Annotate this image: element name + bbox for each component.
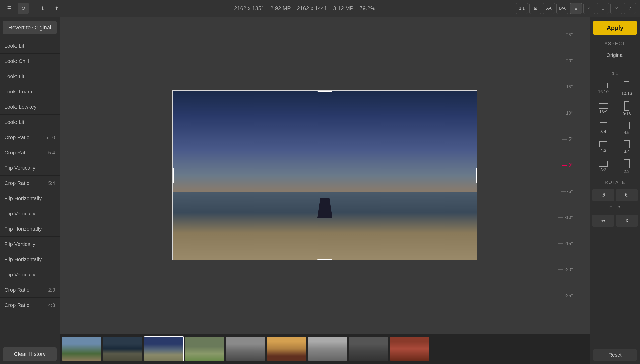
aspect-grid: Original 1:116:1010:1616:99:165:44:54:33… [590, 48, 640, 178]
rotate-cw-button[interactable]: ↻ [616, 189, 638, 201]
angle-tick: 15° [560, 84, 573, 90]
history-item[interactable]: Flip Vertically [0, 267, 60, 282]
crop-corner-br[interactable] [474, 256, 478, 260]
crop-corner-bl[interactable] [172, 256, 176, 260]
tick-label: -15° [565, 241, 573, 246]
help-button[interactable]: ? [624, 3, 636, 14]
tick-label: -20° [565, 267, 573, 272]
history-item[interactable]: Look: Lit [0, 115, 60, 130]
aspect-button-4x5[interactable]: 4:5 [616, 119, 638, 137]
aspect-button-4x3[interactable]: 4:3 [592, 138, 615, 156]
ba-button[interactable]: B/A [556, 3, 568, 14]
filmstrip-thumb[interactable] [103, 336, 143, 362]
reset-button[interactable]: Reset [593, 349, 637, 361]
aspect-icon-1x1 [612, 64, 618, 70]
filmstrip-thumb[interactable] [349, 336, 389, 362]
crop-corner-tl[interactable] [172, 90, 176, 94]
aspect-button-3x4[interactable]: 3:4 [616, 138, 638, 156]
thumb-image [390, 337, 430, 361]
forward-button[interactable]: → [82, 3, 94, 14]
history-item[interactable]: Crop Ratio4:3 [0, 298, 60, 313]
crop-handle-bottom[interactable] [318, 259, 332, 260]
filmstrip-thumb[interactable] [62, 336, 102, 362]
crop-handle-left[interactable] [172, 168, 174, 183]
filmstrip-thumb[interactable] [308, 336, 348, 362]
history-item[interactable]: Flip Horizontally [0, 222, 60, 237]
rotate-ccw-button[interactable]: ↺ [592, 189, 614, 201]
angle-tick: -15° [558, 241, 573, 246]
aspect-button-5x4[interactable]: 5:4 [592, 119, 615, 137]
filmstrip-thumb[interactable] [390, 336, 430, 362]
tick-line [560, 113, 565, 114]
crop-frame[interactable] [172, 90, 478, 260]
history-item[interactable]: Crop Ratio5:4 [0, 145, 60, 160]
crop-handle-right[interactable] [476, 168, 478, 183]
image-mp-2: 3.12 MP [333, 5, 354, 12]
history-item[interactable]: Look: Lowkey [0, 100, 60, 115]
1to1-button[interactable]: 1:1 [516, 3, 528, 14]
history-item[interactable]: Crop Ratio2:3 [0, 282, 60, 298]
aspect-label-4x5: 4:5 [624, 130, 630, 135]
flip-horizontal-button[interactable]: ⇔ [592, 215, 614, 227]
crop-corner-tr[interactable] [474, 90, 478, 94]
aspect-button-9x16[interactable]: 9:16 [616, 99, 638, 118]
back-button[interactable]: ← [70, 3, 82, 14]
filmstrip-thumb[interactable] [185, 336, 225, 362]
fit-button[interactable]: ⊡ [530, 3, 542, 14]
aspect-button-3x2[interactable]: 3:2 [592, 157, 615, 176]
topbar-tools: 1:1 ⊡ AA B/A ⊞ ○ □ ✕ ? [516, 3, 636, 14]
thumb-image [268, 337, 306, 361]
crop-button[interactable]: ⊞ [570, 3, 582, 14]
history-item[interactable]: Crop Ratio5:4 [0, 176, 60, 191]
aspect-button-16x10[interactable]: 16:10 [592, 79, 615, 98]
flip-vertical-button[interactable]: ⇕ [616, 215, 638, 227]
filmstrip-thumb[interactable] [144, 336, 184, 362]
aspect-button-10x16[interactable]: 10:16 [616, 79, 638, 98]
history-item[interactable]: Crop Ratio16:10 [0, 130, 60, 145]
history-item[interactable]: Look: Foam [0, 84, 60, 100]
aspect-button-2x3[interactable]: 2:3 [616, 157, 638, 176]
zoom-level: 79.2% [360, 5, 375, 12]
tick-label: 0° [569, 163, 573, 168]
history-item[interactable]: Flip Vertically [0, 206, 60, 222]
revert-button[interactable]: Revert to Original [3, 21, 57, 34]
download-icon[interactable]: ⬇ [37, 3, 48, 14]
rect-button[interactable]: □ [597, 3, 609, 14]
history-item-label: Flip Horizontally [4, 196, 42, 202]
history-item[interactable]: Look: Lit [0, 69, 60, 84]
history-item-badge: 5:4 [48, 180, 55, 186]
apply-button[interactable]: Apply [593, 21, 637, 35]
original-aspect-button[interactable]: Original [592, 50, 638, 60]
filmstrip-thumb[interactable] [226, 336, 266, 362]
history-item-badge: 2:3 [48, 287, 55, 293]
tick-label: -10° [565, 215, 573, 220]
aspect-label-1x1: 1:1 [612, 71, 618, 76]
history-item[interactable]: Look: Chill [0, 54, 60, 69]
angle-tick: 25° [560, 32, 573, 38]
circle-button[interactable]: ○ [584, 3, 596, 14]
beach-image [173, 91, 477, 260]
thumb-image [62, 337, 102, 361]
aspect-button-16x9[interactable]: 16:9 [592, 99, 615, 118]
angle-tick: 5° [562, 137, 573, 142]
history-item-label: Flip Horizontally [4, 256, 42, 262]
clear-history-button[interactable]: Clear History [3, 348, 57, 361]
aa-button[interactable]: AA [543, 3, 555, 14]
flip-buttons: ⇔ ⇕ [590, 213, 640, 229]
filmstrip-thumb[interactable] [267, 336, 307, 362]
history-item[interactable]: Flip Vertically [0, 160, 60, 176]
history-item[interactable]: Flip Horizontally [0, 252, 60, 267]
crop-handle-top[interactable] [318, 90, 332, 92]
history-item-label: Look: Chill [4, 58, 29, 64]
history-item[interactable]: Look: Lit [0, 38, 60, 54]
x-button[interactable]: ✕ [610, 3, 622, 14]
history-item-badge: 4:3 [48, 302, 55, 308]
menu-icon[interactable]: ☰ [4, 3, 15, 14]
history-item-label: Flip Vertically [4, 211, 36, 217]
filmstrip [60, 334, 590, 364]
history-item[interactable]: Flip Vertically [0, 237, 60, 252]
share-icon[interactable]: ⬆ [51, 3, 62, 14]
history-icon[interactable]: ↺ [18, 3, 29, 14]
history-item[interactable]: Flip Horizontally [0, 191, 60, 206]
aspect-button-1x1[interactable]: 1:1 [592, 61, 638, 78]
